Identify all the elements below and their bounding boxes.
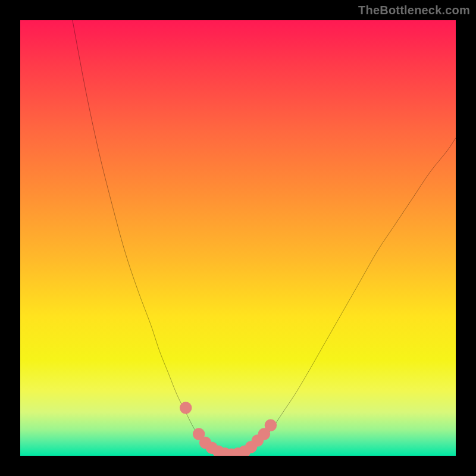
watermark-text: TheBottleneck.com bbox=[358, 4, 470, 17]
marker-dot bbox=[265, 419, 277, 431]
plot-area bbox=[20, 20, 456, 456]
curve-line bbox=[73, 20, 456, 455]
marker-dot bbox=[180, 402, 192, 414]
chart-frame: TheBottleneck.com bbox=[0, 0, 476, 476]
chart-svg bbox=[20, 20, 456, 456]
